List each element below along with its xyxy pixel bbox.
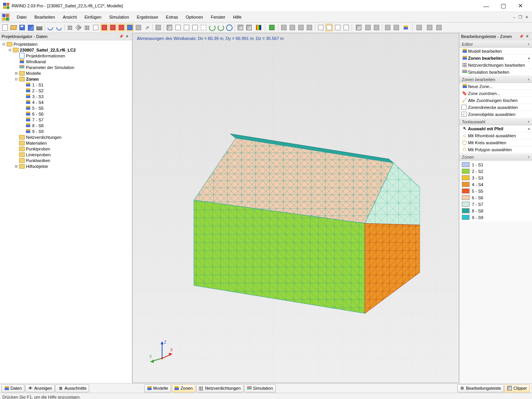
menu-simulation[interactable]: Simulation <box>105 13 133 21</box>
panel-item[interactable]: ◯Mit Kreis auswählen <box>459 139 532 146</box>
m2-button[interactable] <box>288 24 296 31</box>
m1-button[interactable] <box>280 24 288 31</box>
tree-item[interactable]: ⊞Hilfsobjekte <box>0 163 132 169</box>
maximize-button[interactable]: ▢ <box>495 0 512 11</box>
tree-item[interactable]: Parameter der Simulation <box>0 64 132 70</box>
tab-clipper[interactable]: Clipper <box>504 384 530 392</box>
fit-button[interactable] <box>200 24 207 31</box>
tab-anzeigen[interactable]: 👁Anzeigen <box>25 384 55 392</box>
legend-row[interactable]: 6 - S6 <box>459 194 532 201</box>
x3-button[interactable] <box>435 24 443 31</box>
legend-row[interactable]: 7 - S7 <box>459 201 532 207</box>
minimize-button[interactable]: — <box>478 0 495 11</box>
tree-item[interactable]: ⊟Projektdaten <box>0 41 132 47</box>
box1-button[interactable] <box>237 24 244 31</box>
panel-item[interactable]: Modell bearbeiten <box>459 48 532 55</box>
cube-drop-button[interactable] <box>354 24 363 31</box>
panel-item[interactable]: 🧹Alle Zuordnungen löschen <box>459 97 532 104</box>
editor-section[interactable]: Editor▾ <box>459 40 532 48</box>
mdi-minimize-icon[interactable]: – <box>512 15 516 19</box>
view-red1-button[interactable] <box>100 24 108 31</box>
x1-button[interactable] <box>414 24 424 31</box>
panel-item[interactable]: Zonendreiecke auswählen <box>459 104 532 111</box>
view-red3-button[interactable] <box>117 24 125 31</box>
tool1-button[interactable] <box>384 24 392 31</box>
new-button[interactable] <box>1 24 9 31</box>
tree-item[interactable]: 6 - S6 <box>0 111 132 117</box>
menu-datei[interactable]: Datei <box>13 13 31 21</box>
menu-einfügen[interactable]: Einfügen <box>81 13 105 21</box>
panel-item[interactable]: ⬠Mit Polygon auswählen <box>459 146 532 153</box>
m4-button[interactable] <box>306 24 313 31</box>
legend-row[interactable]: 5 - S5 <box>459 188 532 194</box>
tree-item[interactable]: Netzverdichtungen <box>0 134 132 140</box>
tree-item[interactable]: ⊟Zonen <box>0 76 132 82</box>
tab-ausschnitte[interactable]: ≣Ausschnitte <box>55 384 89 392</box>
menu-extras[interactable]: Extras <box>162 13 182 21</box>
arrow-button[interactable]: ⇗ <box>143 24 151 31</box>
open-button[interactable] <box>10 24 17 31</box>
tree-item[interactable]: 1 - S1 <box>0 82 132 88</box>
rot-cw-button[interactable] <box>217 24 225 31</box>
x2-button[interactable] <box>425 24 434 31</box>
zone-edit-section[interactable]: Zonen bearbeiten▾ <box>459 76 532 83</box>
tree-item[interactable]: ⊞Modelle <box>0 70 132 76</box>
snap-button[interactable] <box>66 24 74 31</box>
menu-hilfe[interactable]: Hilfe <box>229 13 245 21</box>
tree-item[interactable]: Punktwolken <box>0 157 132 163</box>
sel2-button[interactable] <box>325 24 333 31</box>
m3-button[interactable] <box>297 24 305 31</box>
mdi-restore-icon[interactable]: ❐ <box>518 15 523 19</box>
menu-optionen[interactable]: Optionen <box>182 13 207 21</box>
tools-section[interactable]: Toolauswahl▾ <box>459 118 532 125</box>
tree-item[interactable]: 7 - S7 <box>0 117 132 123</box>
tab-simulation[interactable]: Simulation <box>244 384 276 392</box>
tab-netzverdichtungen[interactable]: Netzverdichtungen <box>196 384 244 392</box>
tree-item[interactable]: 8 - S8 <box>0 123 132 128</box>
side-button[interactable] <box>183 24 190 31</box>
top-button[interactable] <box>191 24 199 31</box>
grid-button[interactable] <box>75 24 83 31</box>
zones-section[interactable]: Zonen▾ <box>459 153 532 161</box>
tree-item[interactable]: 2 - S2 <box>0 88 132 93</box>
rot-ccw-button[interactable] <box>208 24 216 31</box>
tree-item[interactable]: 5 - S5 <box>0 105 132 111</box>
print-button[interactable] <box>35 24 43 31</box>
viewport-3d[interactable]: Abmessungen des Windkanals: Dx = 80.39 m… <box>132 33 459 383</box>
panel-item[interactable]: Neue Zone... <box>459 83 532 90</box>
color-button[interactable] <box>254 24 263 31</box>
refresh-button[interactable] <box>225 24 233 31</box>
tree-item[interactable]: Windkanal <box>0 59 132 64</box>
f1-button[interactable] <box>154 24 162 31</box>
front-button[interactable] <box>174 24 182 31</box>
axis-button[interactable] <box>83 24 91 31</box>
panel-item[interactable]: ✓Zonenobjekte auswählen <box>459 111 532 118</box>
select-mode-button[interactable] <box>92 24 100 31</box>
run-button[interactable] <box>267 24 276 31</box>
menu-bearbeiten[interactable]: Bearbeiten <box>31 13 59 21</box>
assign-button[interactable] <box>135 24 142 31</box>
view-red2-button[interactable] <box>109 24 117 31</box>
legend-row[interactable]: 1 - S1 <box>459 161 532 168</box>
plane2-button[interactable] <box>373 24 380 31</box>
tree-item[interactable]: 9 - S9 <box>0 128 132 134</box>
edit-pin-icon[interactable]: 📌 <box>518 33 524 40</box>
panel-item[interactable]: 🔖Zone zuordnen... <box>459 90 532 97</box>
menu-app-icon[interactable] <box>2 13 10 21</box>
tab-zonen[interactable]: Zonen <box>172 384 195 392</box>
panel-item[interactable]: Simulation bearbeiten <box>459 69 532 76</box>
zone-tool-button[interactable] <box>401 24 411 31</box>
tab-bearbeitungsleiste[interactable]: ⚙Bearbeitungsleiste <box>457 384 504 392</box>
sel3-button[interactable] <box>334 24 342 31</box>
sel1-button[interactable] <box>317 24 325 31</box>
tree-item[interactable]: Projektinformationen <box>0 53 132 59</box>
mdi-close-icon[interactable]: ✕ <box>524 15 529 19</box>
view-blue-button[interactable] <box>126 24 134 31</box>
nav-close-icon[interactable]: ✕ <box>124 33 130 40</box>
legend-row[interactable]: 9 - S9 <box>459 214 532 221</box>
panel-item[interactable]: Zonen bearbeiten◂ <box>459 55 532 62</box>
tab-daten[interactable]: Daten <box>2 384 24 392</box>
panel-item[interactable]: Netzverdichtungen bearbeiten <box>459 62 532 69</box>
save-all-button[interactable] <box>27 24 35 31</box>
tab-modelle[interactable]: Modelle <box>144 384 171 392</box>
